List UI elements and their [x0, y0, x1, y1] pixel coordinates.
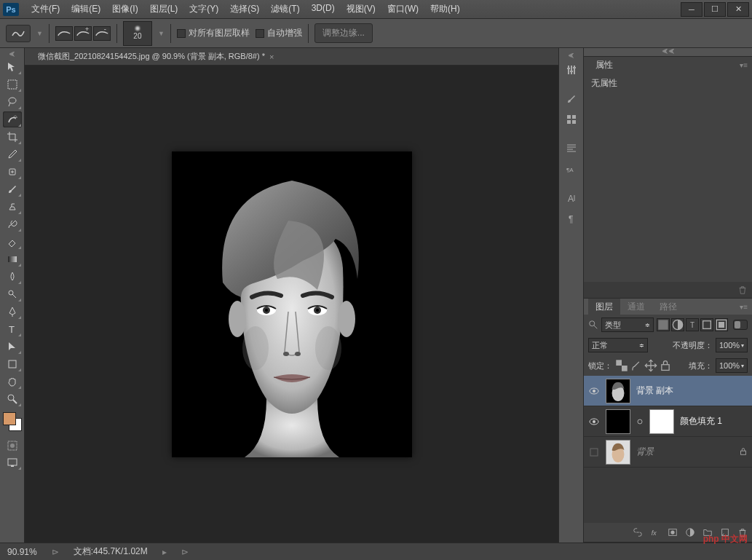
hand-tool[interactable]	[3, 374, 22, 390]
visibility-toggle[interactable]	[588, 416, 600, 427]
sample-all-layers-checkbox[interactable]: 对所有图层取样	[177, 27, 250, 39]
clone-stamp-tool[interactable]	[3, 199, 22, 215]
filter-pixel-icon[interactable]	[657, 318, 670, 331]
visibility-toggle[interactable]	[588, 385, 600, 397]
document-info[interactable]: 文档:445.7K/1.02M	[74, 545, 148, 558]
foreground-color[interactable]	[3, 412, 16, 425]
link-layers-icon[interactable]	[633, 527, 643, 537]
menu-help[interactable]: 帮助(H)	[425, 1, 465, 17]
mask-thumbnail[interactable]	[649, 409, 674, 434]
dodge-tool[interactable]	[3, 286, 22, 302]
lock-all-icon[interactable]	[659, 359, 672, 372]
color-swatches[interactable]	[3, 412, 22, 431]
character-panel-icon[interactable]: A	[562, 189, 581, 207]
trash-icon[interactable]	[737, 285, 748, 295]
layer-thumbnail[interactable]	[606, 440, 630, 465]
menu-edit[interactable]: 编辑(E)	[66, 1, 106, 17]
layer-thumbnail[interactable]	[606, 379, 630, 403]
lock-image-icon[interactable]	[630, 359, 643, 372]
refine-edge-button[interactable]: 调整边缘...	[314, 23, 373, 43]
layer-row[interactable]: 背景 副本	[584, 376, 752, 406]
lock-position-icon[interactable]	[644, 359, 657, 372]
toolbox-collapse[interactable]: ⮜	[0, 51, 24, 58]
text-tool[interactable]: T	[3, 321, 22, 337]
minimize-button[interactable]: ─	[681, 2, 702, 17]
paragraph-styles-panel-icon[interactable]: ¶	[562, 210, 581, 227]
zoom-tool[interactable]	[3, 391, 22, 407]
dropdown-icon[interactable]: ▼	[158, 30, 165, 37]
layer-row[interactable]: 颜色填充 1	[584, 406, 752, 437]
maximize-button[interactable]: ☐	[704, 2, 726, 17]
status-handle-icon[interactable]: ⊳	[181, 547, 189, 557]
filter-shape-icon[interactable]	[700, 318, 713, 331]
canvas-document[interactable]	[172, 151, 412, 457]
opacity-input[interactable]: 100% ▾	[716, 338, 748, 352]
menu-view[interactable]: 视图(V)	[341, 1, 381, 17]
add-selection-button[interactable]: +	[74, 26, 92, 41]
brush-presets-panel-icon[interactable]	[562, 111, 581, 128]
filter-text-icon[interactable]: T	[686, 318, 699, 331]
tool-preset-picker[interactable]	[6, 25, 31, 42]
fill-input[interactable]: 100% ▾	[716, 358, 748, 373]
paths-tab[interactable]: 路径	[652, 299, 684, 315]
menu-filter[interactable]: 滤镜(T)	[266, 1, 304, 17]
history-brush-tool[interactable]	[3, 216, 22, 232]
gradient-tool[interactable]	[3, 251, 22, 267]
brush-tool[interactable]	[3, 181, 22, 197]
move-tool[interactable]	[3, 59, 22, 75]
blend-mode-select[interactable]: 正常 ≑	[588, 338, 648, 352]
panel-menu-icon[interactable]: ▾≡	[740, 61, 748, 69]
layers-tab[interactable]: 图层	[588, 299, 620, 315]
auto-enhance-checkbox[interactable]: 自动增强	[256, 27, 302, 39]
dock-collapse[interactable]: ⮜	[568, 52, 574, 60]
new-selection-button[interactable]	[55, 26, 73, 41]
lock-transparency-icon[interactable]	[615, 359, 628, 372]
character-styles-panel-icon[interactable]: ¶A	[562, 160, 581, 178]
lasso-tool[interactable]	[3, 94, 22, 110]
subtract-selection-button[interactable]: -	[93, 26, 111, 41]
adjustments-panel-icon[interactable]	[562, 61, 581, 79]
screen-mode-tool[interactable]	[3, 454, 22, 470]
layer-mask-icon[interactable]	[668, 527, 678, 537]
blur-tool[interactable]	[3, 269, 22, 285]
channels-tab[interactable]: 通道	[620, 299, 652, 315]
document-tab[interactable]: 微信截图_20210824154425.jpg @ 90.9% (背景 副本, …	[32, 48, 280, 65]
path-selection-tool[interactable]	[3, 339, 22, 355]
filter-adjustment-icon[interactable]	[671, 318, 684, 331]
marquee-tool[interactable]	[3, 76, 22, 92]
paragraph-panel-icon[interactable]	[562, 140, 581, 157]
pen-tool[interactable]	[3, 304, 22, 320]
shape-tool[interactable]	[3, 356, 22, 372]
brush-size-picker[interactable]: 20	[123, 21, 152, 46]
panels-collapse[interactable]: ⮜⮜	[584, 48, 752, 57]
menu-file[interactable]: 文件(F)	[26, 1, 65, 17]
menu-select[interactable]: 选择(S)	[225, 1, 264, 17]
menu-window[interactable]: 窗口(W)	[382, 1, 424, 17]
fill-thumbnail[interactable]	[606, 409, 630, 434]
filter-toggle[interactable]	[733, 320, 748, 330]
filter-kind-select[interactable]: 类型 ≑	[601, 318, 654, 332]
menu-3d[interactable]: 3D(D)	[306, 1, 340, 17]
close-button[interactable]: ✕	[727, 2, 749, 17]
quick-selection-tool[interactable]	[3, 111, 22, 127]
brush-panel-icon[interactable]	[562, 90, 581, 108]
status-handle-icon[interactable]: ⊳	[52, 547, 59, 557]
properties-tab[interactable]: 属性	[588, 57, 620, 74]
quick-mask-tool[interactable]	[3, 438, 22, 454]
menu-type[interactable]: 文字(Y)	[184, 1, 223, 17]
close-icon[interactable]: ×	[269, 52, 274, 61]
adjustment-layer-icon[interactable]	[685, 527, 695, 537]
menu-layer[interactable]: 图层(L)	[145, 1, 183, 17]
healing-brush-tool[interactable]	[3, 164, 22, 180]
canvas-viewport[interactable]	[25, 66, 558, 543]
menu-image[interactable]: 图像(I)	[107, 1, 143, 17]
layer-row[interactable]: 背景	[584, 437, 752, 468]
panel-menu-icon[interactable]: ▾≡	[740, 303, 748, 311]
dropdown-icon[interactable]: ▼	[36, 30, 43, 37]
visibility-toggle[interactable]	[588, 446, 600, 458]
crop-tool[interactable]	[3, 129, 22, 145]
layer-style-icon[interactable]: fx	[650, 527, 660, 537]
zoom-level[interactable]: 90.91%	[7, 547, 37, 557]
filter-smart-icon[interactable]	[715, 318, 728, 331]
eyedropper-tool[interactable]	[3, 146, 22, 162]
